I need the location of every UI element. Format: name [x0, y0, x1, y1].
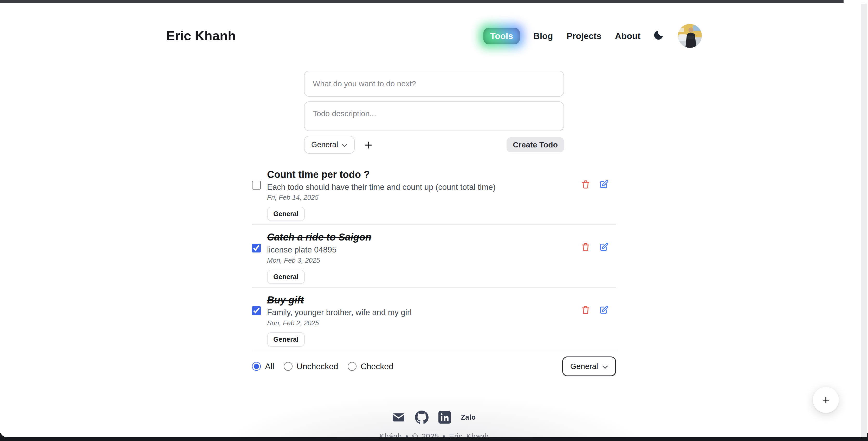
todo-tag: General: [267, 207, 305, 221]
filter-radio-all[interactable]: [252, 362, 261, 371]
todo-checkbox[interactable]: [252, 181, 261, 190]
todo-text: Buy gift Family, younger brother, wife a…: [267, 294, 412, 327]
pencil-square-icon: [599, 305, 609, 317]
todo-checkbox[interactable]: [252, 306, 261, 315]
email-link[interactable]: [392, 411, 405, 424]
todo-list: Count time per todo ? Each todo should h…: [252, 162, 616, 350]
nav-item-about[interactable]: About: [615, 31, 641, 41]
delete-todo-button[interactable]: [580, 304, 592, 318]
zalo-link[interactable]: Zalo: [461, 413, 475, 421]
filter-option-checked[interactable]: Checked: [348, 362, 394, 371]
filter-category-value: General: [570, 362, 598, 371]
todo-actions: [580, 178, 616, 192]
todo-actions: [580, 241, 616, 255]
todo-title: Count time per todo ?: [267, 169, 496, 181]
floating-add-button[interactable]: +: [813, 387, 839, 413]
scrollbar-track[interactable]: [861, 4, 867, 437]
todo-item: Count time per todo ? Each todo should h…: [252, 162, 616, 225]
todo-actions: [580, 304, 616, 318]
github-icon: [415, 411, 429, 424]
create-todo-button[interactable]: Create Todo: [506, 137, 564, 152]
todo-title: Buy gift: [267, 294, 412, 306]
social-row: Zalo: [0, 411, 868, 424]
nav-item-tools[interactable]: Tools: [484, 28, 520, 44]
nav-item-blog[interactable]: Blog: [533, 31, 553, 41]
todo-main: Catch a ride to Saigon license plate 048…: [252, 231, 616, 264]
todo-title-input[interactable]: [304, 71, 564, 97]
chevron-down-icon: [342, 140, 347, 149]
main-nav: Tools Blog Projects About: [484, 24, 702, 48]
edit-todo-button[interactable]: [598, 304, 610, 318]
filter-option-unchecked[interactable]: Unchecked: [284, 362, 338, 371]
todo-description: Family, younger brother, wife and my gir…: [267, 307, 412, 318]
window-top-bar: [0, 0, 843, 3]
delete-todo-button[interactable]: [580, 241, 592, 255]
linkedin-link[interactable]: [438, 411, 451, 423]
filter-option-all[interactable]: All: [252, 362, 274, 371]
site-header: Eric Khanh Tools Blog Projects About: [166, 3, 702, 48]
copyright-text: Khánh • © 2025 • Eric Khanh: [0, 432, 868, 437]
todo-date: Fri, Feb 14, 2025: [267, 193, 496, 201]
todo-title: Catch a ride to Saigon: [267, 231, 371, 243]
category-select[interactable]: General: [304, 136, 355, 154]
moon-icon: [653, 29, 664, 43]
form-controls: General + Create Todo: [304, 136, 564, 154]
filter-label: Checked: [361, 362, 394, 371]
todo-tag: General: [267, 332, 305, 347]
todo-date: Sun, Feb 2, 2025: [267, 319, 412, 327]
create-todo-form: General + Create Todo: [304, 71, 564, 154]
filter-radio-unchecked[interactable]: [284, 362, 292, 371]
filter-label: All: [265, 362, 274, 371]
todo-description: license plate 04895: [267, 245, 371, 255]
todo-main: Count time per todo ? Each todo should h…: [252, 169, 616, 201]
todo-description: Each todo should have their time and cou…: [267, 182, 496, 193]
filter-radio-group: All Unchecked Checked: [252, 362, 394, 371]
trash-icon: [581, 242, 591, 254]
zalo-label: Zalo: [461, 413, 475, 421]
delete-todo-button[interactable]: [580, 178, 592, 192]
todo-text: Count time per todo ? Each todo should h…: [267, 169, 496, 201]
edit-todo-button[interactable]: [598, 241, 610, 255]
theme-toggle-button[interactable]: [653, 29, 664, 43]
envelope-icon: [392, 411, 405, 424]
page: Eric Khanh Tools Blog Projects About: [0, 3, 868, 437]
todo-description-input[interactable]: [304, 101, 564, 131]
filter-row: All Unchecked Checked General: [252, 356, 616, 376]
pencil-square-icon: [599, 242, 609, 254]
trash-icon: [581, 180, 591, 191]
todo-tag: General: [267, 270, 305, 284]
nav-item-projects[interactable]: Projects: [567, 31, 601, 41]
todo-item: Buy gift Family, younger brother, wife a…: [252, 288, 616, 350]
pencil-square-icon: [599, 180, 609, 191]
github-link[interactable]: [415, 411, 429, 424]
site-logo[interactable]: Eric Khanh: [166, 28, 236, 43]
todo-item: Catch a ride to Saigon license plate 048…: [252, 225, 616, 287]
filter-label: Unchecked: [297, 362, 338, 371]
filter-category-select[interactable]: General: [562, 356, 616, 376]
trash-icon: [581, 305, 591, 317]
todo-text: Catch a ride to Saigon license plate 048…: [267, 231, 371, 264]
chevron-down-icon: [602, 362, 608, 371]
linkedin-icon: [438, 411, 451, 423]
todo-main: Buy gift Family, younger brother, wife a…: [252, 294, 616, 327]
todo-checkbox[interactable]: [252, 244, 261, 252]
add-category-button[interactable]: +: [363, 138, 373, 152]
edit-todo-button[interactable]: [598, 178, 610, 192]
category-select-value: General: [311, 140, 338, 149]
todo-date: Mon, Feb 3, 2025: [267, 256, 371, 264]
avatar[interactable]: [678, 24, 702, 48]
site-footer: Zalo Khánh • © 2025 • Eric Khanh: [0, 376, 868, 437]
filter-radio-checked[interactable]: [348, 362, 356, 371]
